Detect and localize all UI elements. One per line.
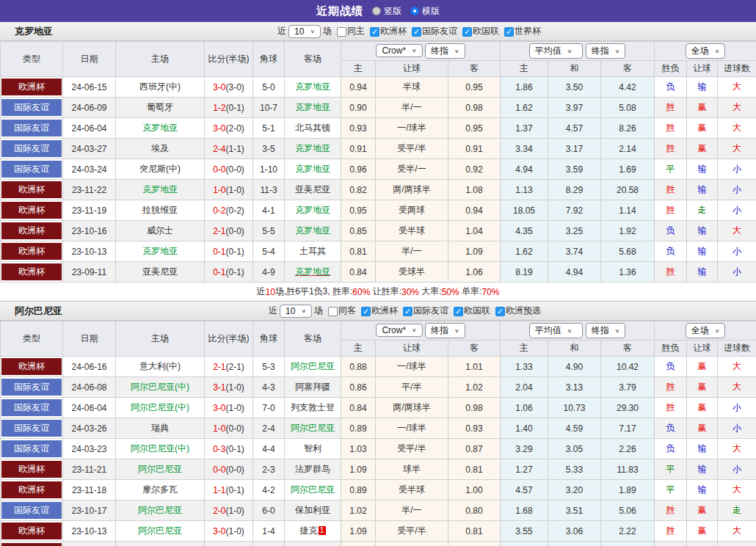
home-team-link[interactable]: 克罗地亚: [142, 246, 178, 256]
bookmaker-select[interactable]: Crow*∨: [376, 324, 422, 337]
league-checkbox[interactable]: [403, 307, 412, 316]
home-team-link[interactable]: 阿尔巴尼亚(中): [131, 443, 189, 454]
score-cell: 1-1(0-1): [205, 480, 253, 500]
final-odds-select[interactable]: 终指∨: [586, 43, 626, 59]
league-checkbox[interactable]: [495, 307, 505, 316]
home-team-link[interactable]: 克罗地亚: [142, 123, 178, 133]
same-venue-filter[interactable]: 同客: [328, 305, 356, 317]
home-team-link[interactable]: 威尔士: [147, 225, 173, 236]
away-team-link[interactable]: 克罗地亚: [295, 205, 330, 215]
home-team-link[interactable]: 瑞典: [151, 423, 169, 433]
league-filter[interactable]: 国际友谊: [403, 305, 448, 317]
league-filter[interactable]: 欧洲杯: [361, 305, 398, 317]
radio-vertical-layout[interactable]: 竖版: [372, 5, 401, 18]
recent-count-select[interactable]: 10 ∨: [288, 25, 321, 38]
radio-horizontal-layout[interactable]: 横版: [410, 5, 440, 18]
league-checkbox[interactable]: [454, 307, 463, 316]
league-filter[interactable]: 国际友谊: [412, 25, 457, 37]
away-team-link[interactable]: 克罗地亚: [295, 143, 330, 153]
radio-horizontal-label: 横版: [422, 5, 440, 18]
away-team-link[interactable]: 土耳其: [299, 246, 326, 256]
odds-home: 0.96: [341, 159, 376, 180]
away-team-link[interactable]: 克罗地亚: [295, 266, 330, 277]
home-team-cell: 阿尔巴尼亚: [116, 500, 205, 521]
away-team-link[interactable]: 阿塞拜疆: [295, 382, 330, 392]
home-team-link[interactable]: 阿尔巴尼亚: [138, 464, 182, 474]
league-filter[interactable]: 欧国联: [462, 25, 499, 37]
home-team-link[interactable]: 阿尔巴尼亚(中): [131, 402, 189, 412]
league-cell: 国际友谊: [1, 139, 63, 159]
away-team-link[interactable]: 阿尔巴尼亚: [291, 423, 335, 433]
avg-draw: 3.97: [548, 98, 601, 118]
result-goals-value: 大: [733, 382, 741, 392]
home-team-link[interactable]: 意大利(中): [139, 361, 181, 371]
result-handicap: 输: [687, 221, 718, 241]
result-outcome-value: 负: [666, 225, 675, 236]
away-team-link[interactable]: 阿尔巴尼亚: [291, 484, 335, 495]
home-team-link[interactable]: 埃及: [151, 143, 169, 153]
score-cell: 2-1(2-1): [205, 357, 253, 377]
result-outcome: 负: [655, 241, 687, 262]
radio-icon[interactable]: [410, 7, 419, 15]
away-team-link[interactable]: 智利: [304, 443, 321, 454]
fullmatch-select[interactable]: 全场∨: [686, 323, 726, 338]
final-odds-select[interactable]: 终指∨: [425, 43, 465, 59]
same-venue-filter[interactable]: 同主: [337, 25, 365, 37]
away-team-link[interactable]: 捷克: [300, 525, 318, 536]
league-checkbox[interactable]: [504, 27, 514, 37]
final-odds-select[interactable]: 终指∨: [425, 323, 465, 338]
away-team-cell: 阿尔巴尼亚: [285, 357, 341, 377]
away-team-cell: 北马其顿: [285, 118, 341, 139]
same-venue-checkbox[interactable]: [328, 307, 338, 316]
match-date: 23-11-21: [63, 459, 116, 480]
away-team-link[interactable]: 保加利亚: [295, 505, 330, 515]
home-team-link[interactable]: 阿尔巴尼亚(中): [131, 382, 189, 392]
league-checkbox[interactable]: [370, 27, 379, 37]
avg-away: 3.79: [601, 377, 655, 398]
average-select[interactable]: 平均值∨: [529, 323, 584, 338]
average-select[interactable]: 平均值∨: [529, 43, 584, 59]
odds-home: 0.82: [341, 180, 376, 200]
league-filter[interactable]: 欧洲预选: [495, 305, 541, 317]
home-team-link[interactable]: 突尼斯(中): [139, 164, 181, 174]
final-odds-select[interactable]: 终指∨: [586, 323, 626, 338]
sub-header: 让球: [376, 341, 448, 357]
same-venue-checkbox[interactable]: [337, 27, 346, 37]
result-handicap-value: 赢: [698, 102, 707, 112]
league-filter[interactable]: 世界杯: [504, 25, 541, 37]
away-team-link[interactable]: 法罗群岛: [295, 464, 330, 474]
away-team-link[interactable]: 克罗地亚: [295, 102, 330, 112]
result-outcome: 胜: [655, 398, 687, 418]
league-filter[interactable]: 欧洲杯: [370, 25, 407, 37]
home-team-link[interactable]: 阿尔巴尼亚: [138, 525, 182, 536]
away-team-link[interactable]: 北马其顿: [295, 123, 330, 133]
away-team-link[interactable]: 亚美尼亚: [295, 184, 330, 194]
away-team-link[interactable]: 克罗地亚: [295, 81, 330, 92]
radio-icon[interactable]: [372, 7, 381, 15]
home-team-link[interactable]: 摩尔多瓦: [142, 484, 178, 495]
home-team-link[interactable]: 葡萄牙: [147, 102, 173, 112]
home-team-link[interactable]: 克罗地亚: [142, 184, 178, 194]
home-team-link[interactable]: 阿尔巴尼亚: [138, 505, 182, 515]
score-cell: 1-0(1-0): [205, 180, 253, 200]
bookmaker-select[interactable]: Crow*∨: [376, 44, 422, 57]
league-cell: 欧洲杯: [1, 521, 63, 542]
league-checkbox[interactable]: [462, 27, 472, 37]
away-team-link[interactable]: 阿尔巴尼亚: [291, 361, 335, 371]
score-cell: 2-4(1-1): [205, 139, 253, 159]
league-checkbox[interactable]: [412, 27, 421, 37]
home-team-link[interactable]: 亚美尼亚: [142, 266, 178, 277]
avg-draw: 8.29: [548, 180, 601, 200]
home-team-link[interactable]: 拉脱维亚: [142, 205, 178, 215]
recent-count-select[interactable]: 10 ∨: [280, 305, 312, 318]
away-team-link[interactable]: 克罗地亚: [295, 225, 330, 236]
away-team-link[interactable]: 列支敦士登: [291, 402, 335, 412]
away-team-link[interactable]: 克罗地亚: [295, 164, 330, 174]
summary-segment: 50%: [442, 287, 459, 297]
avg-home: 1.62: [501, 241, 548, 262]
home-team-link[interactable]: 西班牙(中): [139, 81, 181, 92]
fullmatch-select[interactable]: 全场∨: [686, 43, 726, 59]
league-checkbox[interactable]: [361, 307, 371, 316]
league-filter[interactable]: 欧国联: [454, 305, 490, 317]
score-cell: 0-1(0-1): [205, 241, 253, 262]
